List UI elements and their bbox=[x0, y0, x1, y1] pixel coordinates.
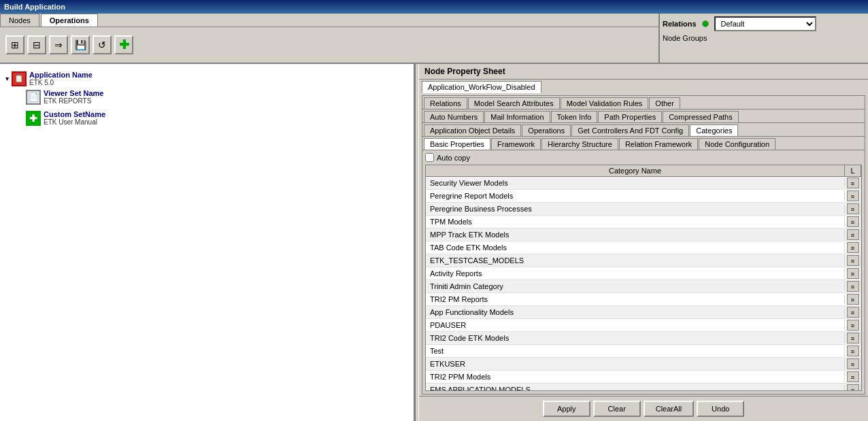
table-row[interactable]: TAB Code ETK Models ≡ bbox=[426, 241, 861, 254]
row-icon-cell[interactable]: ≡ bbox=[845, 203, 861, 215]
grid2-icon-btn[interactable]: ⊟ bbox=[27, 35, 46, 54]
category-name-cell: PDAUSER bbox=[426, 320, 845, 330]
row-action-icon[interactable]: ≡ bbox=[847, 178, 859, 188]
apply-button[interactable]: Apply bbox=[543, 401, 590, 417]
inner-tabs-area: Relations Model Search Attributes Model … bbox=[422, 95, 865, 394]
tab-get-controllers[interactable]: Get Controllers And FDT Config bbox=[571, 124, 689, 136]
row-action-icon[interactable]: ≡ bbox=[847, 229, 859, 240]
row-action-icon[interactable]: ≡ bbox=[847, 203, 859, 214]
tab-node-configuration[interactable]: Node Configuration bbox=[699, 138, 775, 150]
row-action-icon[interactable]: ≡ bbox=[847, 371, 859, 382]
table-row[interactable]: ETKUSER ≡ bbox=[426, 358, 861, 371]
save-icon-btn[interactable]: 💾 bbox=[71, 35, 90, 54]
mid-tab-row1: Auto Numbers Mail Information Token Info… bbox=[422, 110, 865, 123]
row-icon-cell[interactable]: ≡ bbox=[845, 306, 861, 318]
row-action-icon[interactable]: ≡ bbox=[847, 255, 859, 266]
row-icon-cell[interactable]: ≡ bbox=[845, 358, 861, 370]
tree-expand-icon[interactable]: ▾ bbox=[5, 75, 9, 82]
tab-token-info[interactable]: Token Info bbox=[551, 111, 598, 122]
l-header: L bbox=[845, 165, 861, 176]
table-row[interactable]: Triniti Admin Category ≡ bbox=[426, 280, 861, 293]
category-table: Category Name L Security Viewer Models ≡… bbox=[425, 165, 862, 391]
bottom-tab-row: Basic Properties Framework Hierarchy Str… bbox=[422, 137, 865, 150]
table-row[interactable]: Test ≡ bbox=[426, 345, 861, 358]
row-icon-cell[interactable]: ≡ bbox=[845, 332, 861, 344]
table-row[interactable]: EMS APPLICATION MODELS ≡ bbox=[426, 384, 861, 390]
tab-operations[interactable]: Operations bbox=[522, 124, 571, 136]
main-tab[interactable]: Application_WorkFlow_Disabled bbox=[422, 81, 541, 93]
tab-relation-framework[interactable]: Relation Framework bbox=[619, 138, 698, 150]
tab-mail-info[interactable]: Mail Information bbox=[484, 111, 550, 122]
category-name-cell: App Functionality Models bbox=[426, 307, 845, 317]
tab-app-object-details[interactable]: Application Object Details bbox=[424, 124, 521, 136]
row-icon-cell[interactable]: ≡ bbox=[845, 293, 861, 305]
grid-icon-btn[interactable]: ⊞ bbox=[5, 35, 24, 54]
clear-all-button[interactable]: ClearAll bbox=[644, 401, 695, 417]
row-action-icon[interactable]: ≡ bbox=[847, 268, 859, 279]
row-icon-cell[interactable]: ≡ bbox=[845, 177, 861, 189]
row-icon-cell[interactable]: ≡ bbox=[845, 254, 861, 267]
row-icon-cell[interactable]: ≡ bbox=[845, 319, 861, 331]
tab-categories[interactable]: Categories bbox=[690, 124, 738, 136]
row-action-icon[interactable]: ≡ bbox=[847, 333, 859, 343]
table-row[interactable]: ETK_TESTCASE_MODELS ≡ bbox=[426, 254, 861, 267]
viewer-node-text: Viewer Set Name ETK REPORTS bbox=[44, 89, 103, 105]
auto-copy-checkbox[interactable] bbox=[425, 153, 434, 162]
main-tab-row: Application_WorkFlow_Disabled bbox=[422, 81, 865, 93]
table-row[interactable]: TPM Models ≡ bbox=[426, 216, 861, 229]
table-row[interactable]: App Functionality Models ≡ bbox=[426, 306, 861, 319]
undo-button[interactable]: Undo bbox=[697, 401, 744, 417]
add-icon-btn[interactable]: ✚ bbox=[114, 35, 133, 54]
tab-framework[interactable]: Framework bbox=[491, 138, 541, 150]
category-name-cell: MPP Track ETK Models bbox=[426, 230, 845, 239]
row-icon-cell[interactable]: ≡ bbox=[845, 280, 861, 292]
row-action-icon[interactable]: ≡ bbox=[847, 307, 859, 318]
row-action-icon[interactable]: ≡ bbox=[847, 358, 859, 369]
refresh-icon-btn[interactable]: ↺ bbox=[93, 35, 112, 54]
row-icon-cell[interactable]: ≡ bbox=[845, 229, 861, 241]
property-header: Node Property Sheet bbox=[419, 64, 868, 80]
tab-model-validation[interactable]: Model Validation Rules bbox=[561, 97, 649, 109]
row-icon-cell[interactable]: ≡ bbox=[845, 267, 861, 280]
row-icon-cell[interactable]: ≡ bbox=[845, 371, 861, 383]
viewer-node[interactable]: 📄 Viewer Set Name ETK REPORTS bbox=[26, 88, 408, 106]
custom-node[interactable]: ✚ Custom SetName ETK User Manual bbox=[26, 109, 408, 127]
tab-other[interactable]: Other bbox=[649, 97, 680, 109]
table-row[interactable]: TRI2 PM Reports ≡ bbox=[426, 293, 861, 306]
tab-auto-numbers[interactable]: Auto Numbers bbox=[424, 111, 484, 122]
table-row[interactable]: Peregrine Business Processes ≡ bbox=[426, 203, 861, 216]
row-action-icon[interactable]: ≡ bbox=[847, 320, 859, 331]
tab-relations[interactable]: Relations bbox=[424, 97, 467, 109]
tab-operations[interactable]: Operations bbox=[41, 14, 98, 27]
row-icon-cell[interactable]: ≡ bbox=[845, 384, 861, 390]
row-action-icon[interactable]: ≡ bbox=[847, 242, 859, 253]
tab-compressed-paths[interactable]: Compressed Paths bbox=[663, 111, 739, 122]
row-icon-cell[interactable]: ≡ bbox=[845, 216, 861, 228]
table-row[interactable]: Activity Reports ≡ bbox=[426, 267, 861, 280]
row-action-icon[interactable]: ≡ bbox=[847, 294, 859, 305]
clear-button[interactable]: Clear bbox=[593, 401, 641, 417]
default-dropdown[interactable]: Default bbox=[714, 16, 816, 31]
tab-nodes[interactable]: Nodes bbox=[0, 14, 39, 27]
tab-path-properties[interactable]: Path Properties bbox=[598, 111, 662, 122]
row-action-icon[interactable]: ≡ bbox=[847, 216, 859, 227]
row-action-icon[interactable]: ≡ bbox=[847, 384, 859, 390]
table-row[interactable]: Peregrine Report Models ≡ bbox=[426, 190, 861, 203]
row-action-icon[interactable]: ≡ bbox=[847, 281, 859, 292]
arrow-icon-btn[interactable]: ⇒ bbox=[49, 35, 68, 54]
tree-root-node[interactable]: ▾ 📋 Application Name ETK 5.0 bbox=[5, 69, 408, 88]
table-row[interactable]: Security Viewer Models ≡ bbox=[426, 177, 861, 190]
table-row[interactable]: TRI2 PPM Models ≡ bbox=[426, 371, 861, 384]
toolbar-right-top: Relations Default bbox=[663, 16, 865, 31]
row-icon-cell[interactable]: ≡ bbox=[845, 345, 861, 357]
row-icon-cell[interactable]: ≡ bbox=[845, 190, 861, 202]
row-action-icon[interactable]: ≡ bbox=[847, 346, 859, 356]
row-action-icon[interactable]: ≡ bbox=[847, 190, 859, 201]
table-row[interactable]: PDAUSER ≡ bbox=[426, 319, 861, 332]
tab-basic-properties[interactable]: Basic Properties bbox=[424, 138, 490, 150]
row-icon-cell[interactable]: ≡ bbox=[845, 241, 861, 254]
tab-hierarchy-structure[interactable]: Hierarchy Structure bbox=[541, 138, 618, 150]
tab-model-search[interactable]: Model Search Attributes bbox=[468, 97, 560, 109]
table-row[interactable]: TRI2 Code ETK Models ≡ bbox=[426, 332, 861, 345]
table-row[interactable]: MPP Track ETK Models ≡ bbox=[426, 229, 861, 241]
